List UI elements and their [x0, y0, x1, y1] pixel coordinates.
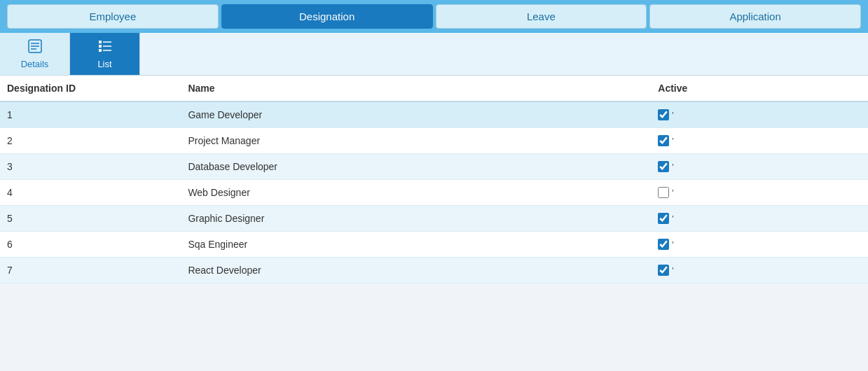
- cell-active: ': [651, 102, 868, 128]
- sub-tabs: Details List: [0, 33, 868, 76]
- table-row: 6Sqa Engineer': [0, 232, 868, 258]
- cell-active: ': [651, 154, 868, 180]
- svg-rect-6: [99, 49, 102, 52]
- active-checkbox[interactable]: [658, 239, 669, 250]
- cell-name: Game Developer: [181, 102, 651, 128]
- cell-active: ': [651, 206, 868, 232]
- active-checkbox[interactable]: [658, 187, 669, 198]
- list-label: List: [97, 59, 111, 69]
- sub-tab-list[interactable]: List: [70, 33, 140, 75]
- designation-table: Designation ID Name Active 1Game Develop…: [0, 76, 868, 284]
- cell-id: 4: [0, 180, 181, 206]
- table-row: 5Graphic Designer': [0, 206, 868, 232]
- cell-active: ': [651, 232, 868, 258]
- sub-tab-details[interactable]: Details: [0, 33, 70, 75]
- active-checkbox[interactable]: [658, 161, 669, 172]
- cell-id: 7: [0, 258, 181, 284]
- table-container: Designation ID Name Active 1Game Develop…: [0, 76, 868, 284]
- table-row: 3Database Developer': [0, 154, 868, 180]
- table-row: 4Web Designer': [0, 180, 868, 206]
- active-label: ': [672, 265, 673, 276]
- top-nav: EmployeeDesignationLeaveApplication: [0, 0, 868, 33]
- col-header-active: Active: [651, 76, 868, 102]
- cell-active: ': [651, 128, 868, 154]
- nav-tab-employee[interactable]: Employee: [7, 4, 219, 29]
- table-row: 1Game Developer': [0, 102, 868, 128]
- active-label: ': [672, 188, 673, 198]
- cell-id: 2: [0, 128, 181, 154]
- cell-id: 1: [0, 102, 181, 128]
- cell-name: Project Manager: [181, 128, 651, 154]
- table-row: 7React Developer': [0, 258, 868, 284]
- details-label: Details: [21, 59, 49, 69]
- nav-tab-designation[interactable]: Designation: [221, 4, 433, 29]
- nav-tab-leave[interactable]: Leave: [436, 4, 647, 29]
- active-label: ': [672, 136, 673, 146]
- cell-name: Web Designer: [181, 180, 651, 206]
- cell-name: React Developer: [181, 258, 651, 284]
- active-label: ': [672, 110, 673, 120]
- active-checkbox[interactable]: [658, 265, 669, 276]
- active-label: ': [672, 162, 673, 172]
- cell-active: ': [651, 258, 868, 284]
- cell-active: ': [651, 180, 868, 206]
- active-checkbox[interactable]: [658, 109, 669, 120]
- cell-id: 5: [0, 206, 181, 232]
- cell-id: 6: [0, 232, 181, 258]
- table-row: 2Project Manager': [0, 128, 868, 154]
- svg-rect-5: [99, 45, 102, 48]
- active-checkbox[interactable]: [658, 213, 669, 224]
- col-header-name: Name: [181, 76, 651, 102]
- cell-name: Sqa Engineer: [181, 232, 651, 258]
- svg-rect-4: [99, 41, 102, 43]
- details-icon: [27, 38, 43, 57]
- cell-name: Database Developer: [181, 154, 651, 180]
- list-icon: [97, 38, 113, 57]
- cell-id: 3: [0, 154, 181, 180]
- nav-tab-application[interactable]: Application: [649, 4, 861, 29]
- col-header-id: Designation ID: [0, 76, 181, 102]
- table-header-row: Designation ID Name Active: [0, 76, 868, 102]
- active-label: ': [672, 214, 673, 224]
- cell-name: Graphic Designer: [181, 206, 651, 232]
- active-label: ': [672, 239, 673, 250]
- active-checkbox[interactable]: [658, 135, 669, 146]
